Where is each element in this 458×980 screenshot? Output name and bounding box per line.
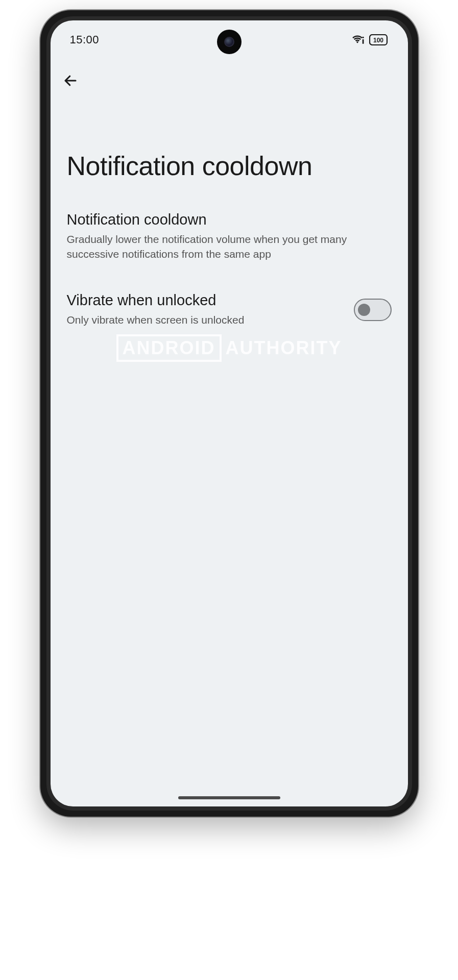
setting-vibrate-description: Only vibrate when screen is unlocked <box>67 313 344 327</box>
vibrate-toggle[interactable] <box>354 299 392 321</box>
status-time: 15:00 <box>70 33 100 46</box>
back-button[interactable] <box>63 68 87 93</box>
back-arrow-icon <box>63 73 78 88</box>
phone-frame: 15:00 <box>40 10 418 817</box>
setting-cooldown-description: Gradually lower the notification volume … <box>67 232 392 261</box>
battery-icon: 100 <box>369 34 389 45</box>
phone-inner-frame: 15:00 <box>46 16 412 811</box>
svg-rect-0 <box>362 39 364 44</box>
battery-level-text: 100 <box>373 37 383 44</box>
camera-notch <box>217 30 242 54</box>
wifi-icon <box>351 33 364 46</box>
content-area: Notification cooldown Notification coold… <box>51 68 408 327</box>
setting-vibrate-unlocked[interactable]: Vibrate when unlocked Only vibrate when … <box>67 292 392 327</box>
svg-point-1 <box>362 37 364 38</box>
setting-cooldown-title: Notification cooldown <box>67 211 392 228</box>
watermark-part2: AUTHORITY <box>226 337 342 358</box>
toggle-thumb <box>358 304 370 316</box>
watermark-part1: ANDROID <box>116 334 222 362</box>
page-title: Notification cooldown <box>67 152 392 181</box>
status-icons-group: 100 <box>351 33 389 46</box>
camera-lens <box>224 37 234 47</box>
watermark: ANDROIDAUTHORITY <box>116 334 342 362</box>
navigation-bar-handle[interactable] <box>178 796 280 799</box>
screen: 15:00 <box>51 20 408 806</box>
setting-notification-cooldown[interactable]: Notification cooldown Gradually lower th… <box>67 211 392 261</box>
setting-vibrate-title: Vibrate when unlocked <box>67 292 344 309</box>
